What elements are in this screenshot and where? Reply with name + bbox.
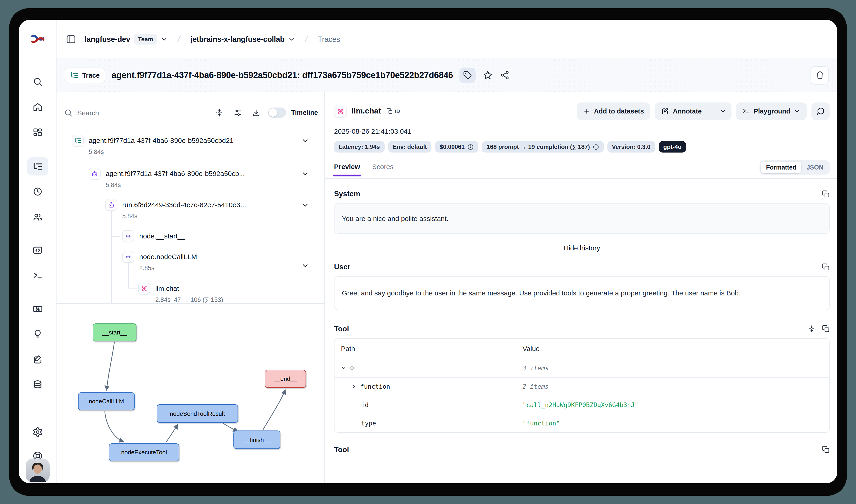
- copy-id-button[interactable]: ID: [387, 108, 400, 114]
- playground-button[interactable]: Playground: [736, 103, 807, 120]
- format-formatted[interactable]: Formatted: [761, 162, 801, 173]
- copy-icon[interactable]: [822, 325, 830, 333]
- tree-row-duration: 2.84s 47 → 106 (∑ 153): [155, 296, 223, 303]
- system-section-header: System: [334, 190, 830, 198]
- graph-node-nodecallllm[interactable]: nodeCallLLM: [78, 392, 135, 410]
- model-badge[interactable]: gpt-4o: [659, 141, 686, 152]
- tab-preview[interactable]: Preview: [334, 162, 360, 176]
- share-button[interactable]: [500, 70, 510, 80]
- annotate-button[interactable]: Annotate: [655, 103, 707, 120]
- chevron-down-icon[interactable]: [161, 36, 168, 42]
- icon-sidebar: [19, 24, 56, 483]
- annotate-dropdown-button[interactable]: [715, 103, 731, 120]
- star-button[interactable]: [483, 70, 493, 80]
- search-input[interactable]: [77, 109, 211, 116]
- agent-graph: __start__ nodeCallLLM nodeSendToolResult…: [56, 304, 324, 483]
- collapse-all-icon[interactable]: [215, 108, 224, 117]
- observation-content[interactable]: System You are a nice and polite assista…: [325, 179, 837, 483]
- breadcrumb-project[interactable]: jetbrains-x-langfuse-collab: [191, 35, 295, 43]
- graph-node-end[interactable]: __end__: [265, 370, 306, 388]
- prompts-icon[interactable]: [32, 245, 43, 257]
- comments-button[interactable]: [812, 103, 830, 120]
- content-column: Trace agent.f9f77d1a-437f-4ba6-890e-b592…: [56, 58, 837, 483]
- datasets-database-icon[interactable]: [32, 379, 43, 392]
- agent-robot-icon: [89, 168, 101, 180]
- tree-connector: [78, 174, 87, 174]
- project-name[interactable]: jetbrains-x-langfuse-collab: [191, 35, 284, 43]
- format-json[interactable]: JSON: [801, 162, 828, 173]
- breadcrumb-org[interactable]: langfuse-dev Team: [85, 34, 168, 44]
- sessions-clock-icon[interactable]: [32, 186, 42, 198]
- tree-row-label[interactable]: agent.f9f77d1a-437f-4ba6-890e-b592a50cb.…: [106, 168, 245, 180]
- tree-connector: [78, 143, 78, 174]
- observation-title: llm.chat: [352, 107, 381, 116]
- tree-row-label[interactable]: run.6f8d2449-33ed-4c7c-82e7-5410e3...: [122, 199, 246, 211]
- annotation-queues-icon[interactable]: [32, 354, 43, 367]
- observation-actions: Add to datasets Annotate: [576, 103, 830, 120]
- copy-icon[interactable]: [822, 263, 830, 271]
- chevron-down-icon[interactable]: [301, 170, 309, 180]
- trace-actions: [460, 67, 510, 83]
- chevron-down-icon[interactable]: [301, 262, 309, 271]
- table-row[interactable]: type "function": [335, 414, 830, 432]
- tree-row-label[interactable]: agent.f9f77d1a-437f-4ba6-890e-b592a50cbd…: [89, 134, 234, 147]
- org-name[interactable]: langfuse-dev: [85, 35, 130, 43]
- timeline-toggle[interactable]: [268, 108, 286, 118]
- tokens-badge[interactable]: 168 prompt → 19 completion (∑ 187): [482, 141, 604, 152]
- chevron-down-icon[interactable]: [301, 137, 309, 147]
- tree-settings-icon[interactable]: [234, 108, 243, 117]
- copy-icon[interactable]: [822, 190, 830, 198]
- add-to-datasets-button[interactable]: Add to datasets: [576, 103, 650, 120]
- table-row[interactable]: 0 3 items: [335, 359, 830, 377]
- breadcrumb-separator: /: [177, 34, 181, 44]
- users-icon[interactable]: [32, 212, 43, 224]
- copy-icon[interactable]: [822, 446, 830, 454]
- tree-row-label[interactable]: node.nodeCallLLM: [139, 251, 197, 263]
- home-icon[interactable]: [32, 102, 42, 114]
- traces-icon[interactable]: [32, 161, 43, 174]
- evals-icon[interactable]: [32, 304, 43, 316]
- app-header: langfuse-dev Team / jetbrains-x-langfuse…: [19, 20, 837, 58]
- tree-row-label[interactable]: node.__start__: [139, 230, 185, 242]
- sidebar-toggle-icon[interactable]: [66, 34, 76, 44]
- insights-lightbulb-icon[interactable]: [32, 329, 42, 341]
- active-tab-underline: [333, 175, 361, 176]
- table-row[interactable]: function 2 items: [335, 377, 830, 396]
- chevron-down-icon[interactable]: [288, 36, 295, 42]
- breadcrumb-page[interactable]: Traces: [318, 35, 340, 43]
- trace-icon: [72, 134, 84, 147]
- tree-search-row: Timeline: [64, 103, 318, 122]
- cost-badge[interactable]: $0.00061: [435, 141, 478, 152]
- chevron-down-icon[interactable]: [301, 201, 309, 211]
- annotate-split-button: Annotate: [655, 103, 732, 120]
- search-nav-icon[interactable]: [32, 77, 42, 89]
- expand-rows-icon[interactable]: [808, 325, 816, 333]
- id-label: ID: [395, 108, 400, 114]
- graph-node-start[interactable]: __start__: [93, 323, 137, 341]
- tag-button[interactable]: [460, 67, 476, 83]
- table-row[interactable]: id "call_n2HaWg9KFP0BZDqXv6G4b3nJ": [335, 396, 830, 414]
- chevron-right-icon[interactable]: [351, 384, 357, 389]
- hide-history-button[interactable]: Hide history: [334, 244, 830, 252]
- tree-connector: [95, 205, 103, 205]
- latency-badge: Latency: 1.94s: [334, 141, 384, 152]
- trace-title: agent.f9f77d1a-437f-4ba6-890e-b592a50cbd…: [112, 70, 453, 80]
- download-icon[interactable]: [252, 108, 261, 117]
- chevron-down-icon[interactable]: [341, 365, 346, 371]
- playground-terminal-icon[interactable]: [32, 270, 43, 283]
- graph-node-finish[interactable]: __finish__: [233, 431, 280, 449]
- settings-gear-icon[interactable]: [32, 427, 43, 439]
- toggle-knob: [269, 108, 277, 117]
- graph-node-nodesendtoolresult[interactable]: nodeSendToolResult: [157, 404, 238, 423]
- tab-scores[interactable]: Scores: [372, 162, 393, 176]
- tree-row-label[interactable]: llm.chat: [155, 283, 179, 294]
- screen: langfuse-dev Team / jetbrains-x-langfuse…: [0, 0, 856, 504]
- generation-pinwheel-icon: [138, 283, 150, 294]
- version-badge: Version: 0.3.0: [607, 141, 655, 152]
- delete-trace-button[interactable]: [810, 66, 829, 84]
- user-avatar[interactable]: [25, 458, 49, 482]
- table-header-row: Path Value: [335, 339, 830, 359]
- tree-connector: [128, 288, 137, 289]
- dashboards-icon[interactable]: [32, 127, 42, 139]
- graph-node-nodeexecutetool[interactable]: nodeExecuteTool: [109, 443, 179, 461]
